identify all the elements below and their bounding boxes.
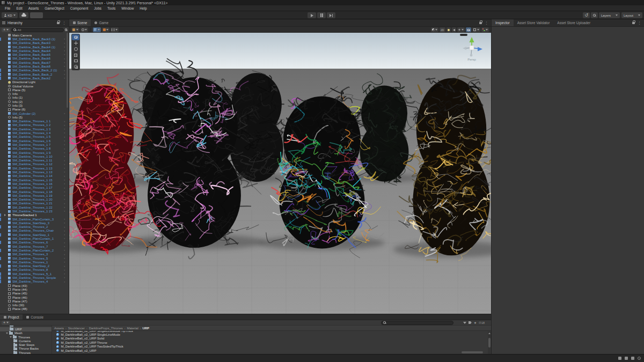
breadcrumb-segment[interactable]: DarklineProps_Thrones <box>89 327 123 330</box>
hierarchy-item[interactable]: SM_Darkline_Thrones_1 9› <box>0 151 69 154</box>
prefab-arrow-icon[interactable]: › <box>64 233 65 237</box>
prefab-arrow-icon[interactable]: › <box>64 202 65 205</box>
menu-edit[interactable]: Edit <box>13 5 25 11</box>
transform-tool-button[interactable] <box>72 64 79 70</box>
hierarchy-item[interactable]: SM_Darkline_Back_Back2› <box>0 76 69 80</box>
prefab-arrow-icon[interactable]: › <box>64 163 65 166</box>
prefab-arrow-icon[interactable]: › <box>64 131 65 135</box>
hierarchy-item[interactable]: Info (1) <box>0 96 69 100</box>
tool-settings-dropdown[interactable] <box>71 27 79 32</box>
hierarchy-item[interactable]: SM_Darkline_Thrones_1 17› <box>0 186 69 190</box>
hierarchy-item[interactable]: SM_Darkline_Thrones_1 16› <box>0 182 69 186</box>
prefab-arrow-icon[interactable]: › <box>64 42 65 45</box>
hierarchy-item[interactable]: SM_Darkline_Thrones_1 20› <box>0 197 69 201</box>
hierarchy-item[interactable]: SM_Darkline_Thrones_1 13› <box>0 166 69 170</box>
hierarchy-item[interactable]: SM_Darkline_Thrones_1 5› <box>0 135 69 139</box>
account-dropdown[interactable]: KD <box>2 12 18 18</box>
prefab-arrow-icon[interactable]: › <box>64 147 65 151</box>
prefab-arrow-icon[interactable]: › <box>64 280 65 284</box>
hierarchy-item[interactable]: SM_Darkline_Thrones_1 2› <box>0 123 69 127</box>
prefab-arrow-icon[interactable]: › <box>64 230 65 233</box>
menu-tools[interactable]: Tools <box>105 5 118 11</box>
hierarchy-item[interactable]: Plane (6) <box>0 108 69 112</box>
hierarchy-item[interactable]: SM_Darkline_Back_Back4› <box>0 49 69 53</box>
prefab-arrow-icon[interactable]: › <box>64 167 65 170</box>
hierarchy-item[interactable]: SM_Darkline_Thrones_3› <box>0 253 69 256</box>
expander-icon[interactable] <box>6 333 8 334</box>
hierarchy-item[interactable]: SM_Darkline_Thrones_1 6› <box>0 139 69 143</box>
prefab-arrow-icon[interactable]: › <box>64 253 65 256</box>
prefab-arrow-icon[interactable]: › <box>64 120 65 123</box>
kebab-menu-icon[interactable]: ⋮ <box>62 21 66 25</box>
scene-visibility-toggle[interactable] <box>466 27 471 32</box>
hierarchy-item[interactable]: SM_Darkline_PlainCurtain_2› <box>0 248 69 252</box>
prefab-arrow-icon[interactable]: › <box>64 73 65 76</box>
hierarchy-item[interactable]: ThroneStacked 1 <box>0 213 69 217</box>
folder-item[interactable]: Thrones <box>0 335 52 339</box>
prefab-arrow-icon[interactable]: › <box>64 261 65 264</box>
cloud-services-button[interactable] <box>19 12 28 18</box>
hierarchy-item[interactable]: SM_Darkline_Back_Back3 (1)› <box>0 37 69 41</box>
hierarchy-item[interactable]: SM_Darkline_Thrones_1 18› <box>0 190 69 194</box>
hierarchy-item[interactable]: SM_Darkline_Thrones_1 3› <box>0 127 69 131</box>
hierarchy-item[interactable]: SM_Darkline_Thrones_1 1› <box>0 120 69 123</box>
prefab-arrow-icon[interactable]: › <box>64 155 65 158</box>
hierarchy-item[interactable]: SM_Darkline_Back_Back_2 (1)› <box>0 69 69 72</box>
lock-icon[interactable] <box>632 22 635 24</box>
menu-file[interactable]: File <box>2 5 13 11</box>
project-hscrollbar-handle[interactable] <box>462 351 483 353</box>
hierarchy-item[interactable]: SM_Darkline_Thrones_5› <box>0 256 69 260</box>
folder-item[interactable]: Stair Steps <box>0 343 52 346</box>
folder-item[interactable]: URP <box>0 327 52 331</box>
hierarchy-item[interactable]: Info (5) <box>0 115 69 119</box>
menu-help[interactable]: Help <box>137 5 149 11</box>
scrollbar-handle[interactable] <box>488 338 491 348</box>
hierarchy-item[interactable]: SM_Darkline_Back_Back3› <box>0 41 69 45</box>
prefab-arrow-icon[interactable]: › <box>64 194 65 197</box>
prefab-arrow-icon[interactable]: › <box>64 226 65 229</box>
hierarchy-item[interactable]: SM_Darkline_Back_Back5› <box>0 53 69 56</box>
project-search-input[interactable] <box>381 321 453 325</box>
hierarchy-item[interactable]: SM_Darkline_Thrones_1 15› <box>0 178 69 182</box>
kebab-menu-icon[interactable]: ⋮ <box>485 21 488 25</box>
prefab-arrow-icon[interactable]: › <box>64 276 65 279</box>
prefab-arrow-icon[interactable]: › <box>64 182 65 186</box>
prefab-arrow-icon[interactable]: › <box>64 269 65 272</box>
hierarchy-search-input[interactable]: All <box>11 28 63 32</box>
hierarchy-item[interactable]: SM_Darkline_Thrones_1› <box>0 260 69 264</box>
search-by-label-icon[interactable] <box>469 321 472 324</box>
tab-scene[interactable]: Scene <box>69 19 91 26</box>
hierarchy-item[interactable]: SM_Darkline_Thrones_1 11› <box>0 159 69 162</box>
hierarchy-item[interactable]: SM_Darkline_Thrones_Simple› <box>0 276 69 279</box>
hierarchy-item[interactable]: SM_Darkline_PlainCurtain_3› <box>0 217 69 221</box>
hierarchy-item[interactable]: SM_Darkline_Thrones_6› <box>0 241 69 245</box>
prefab-arrow-icon[interactable]: › <box>64 112 65 115</box>
hierarchy-item[interactable]: Plane (5) <box>0 88 69 92</box>
prefab-arrow-icon[interactable]: › <box>64 139 65 143</box>
2d-toggle[interactable]: 2D <box>440 27 445 32</box>
hierarchy-item[interactable]: Main Camera <box>0 33 69 37</box>
search-button[interactable] <box>591 12 598 18</box>
hierarchy-item[interactable]: SM_Darkline_StairStep_3› <box>0 221 69 225</box>
hierarchy-item[interactable]: Plane (48) <box>0 307 69 311</box>
play-button[interactable] <box>308 12 316 18</box>
grid-snap-dropdown[interactable] <box>93 27 101 32</box>
asset-item[interactable]: M_DarklineBall_v2_URP SingleLineMode <box>52 333 491 336</box>
prefab-arrow-icon[interactable]: › <box>64 249 65 252</box>
lock-icon[interactable] <box>57 22 60 24</box>
breadcrumb-segment[interactable]: URP <box>142 327 149 330</box>
prefab-arrow-icon[interactable]: › <box>64 265 65 268</box>
gizmos-dropdown[interactable] <box>481 27 489 32</box>
hierarchy-item[interactable]: SM_Darkline_Thrones_1 8› <box>0 147 69 151</box>
hierarchy-item[interactable]: SM_Darkline_Thrones_1 4› <box>0 131 69 135</box>
hierarchy-item[interactable]: SM_Darkline_Thrones_1 7› <box>0 143 69 146</box>
prefab-arrow-icon[interactable]: › <box>64 151 65 154</box>
prefab-arrow-icon[interactable]: › <box>64 241 65 245</box>
hierarchy-item[interactable]: SM_Darkline_Thrones_1 19› <box>0 194 69 197</box>
hierarchy-item[interactable]: SM_Darkline_Back_Back8› <box>0 64 69 68</box>
lighting-toggle[interactable] <box>447 27 451 32</box>
hierarchy-item[interactable]: SM_Darkline_Thrones_5_1› <box>0 272 69 276</box>
hierarchy-item[interactable]: SM_Darkline_Back_Back6› <box>0 57 69 61</box>
hierarchy-scrollbar[interactable] <box>67 33 68 108</box>
orientation-gizmo[interactable]: Persp <box>458 34 486 62</box>
